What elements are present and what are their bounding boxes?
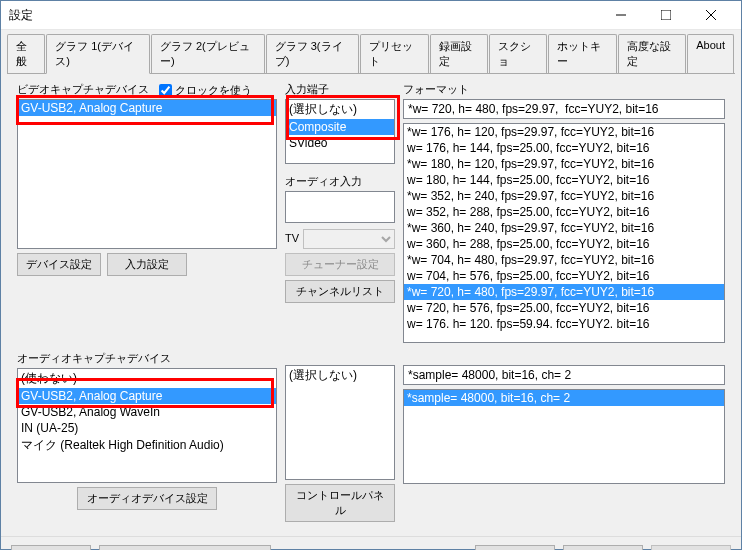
tab-panel: ビデオキャプチャデバイス クロックを使う GV-USB2, Analog Cap… [7,73,735,530]
bottom-bar: ヘルプ デスクトップキャプチャモード OK キャンセル 適用 [1,536,741,550]
tab-4[interactable]: プリセット [360,34,428,74]
list-item[interactable]: w= 352, h= 288, fps=25.00, fcc=YUY2, bit… [404,204,724,220]
list-item[interactable]: GV-USB2, Analog WaveIn [18,404,276,420]
tab-5[interactable]: 録画設定 [430,34,488,74]
control-panel-button[interactable]: コントロールパネル [285,484,395,522]
list-item[interactable]: *w= 720, h= 480, fps=29.97, fcc=YUY2, bi… [404,284,724,300]
list-item[interactable]: *w= 180, h= 120, fps=29.97, fcc=YUY2, bi… [404,156,724,172]
list-item[interactable]: (選択しない) [286,100,394,119]
settings-window: 設定 全般グラフ 1(デバイス)グラフ 2(プレビュー)グラフ 3(ライブ)プリ… [0,0,742,550]
tab-6[interactable]: スクショ [489,34,547,74]
audio-input-label: オーディオ入力 [285,174,362,189]
list-item[interactable]: w= 720, h= 576, fps=25.00, fcc=YUY2, bit… [404,300,724,316]
tab-7[interactable]: ホットキー [548,34,616,74]
help-button[interactable]: ヘルプ [11,545,91,550]
desktop-capture-button[interactable]: デスクトップキャプチャモード [99,545,271,550]
audio-select-list[interactable]: (選択しない) [285,365,395,480]
window-title: 設定 [9,7,598,24]
audio-input-list[interactable] [285,191,395,223]
list-item[interactable]: GV-USB2, Analog Capture [18,100,276,116]
tab-1[interactable]: グラフ 1(デバイス) [46,34,150,74]
input-terminal-label: 入力端子 [285,82,329,97]
list-item[interactable]: *w= 352, h= 240, fps=29.97, fcc=YUY2, bi… [404,188,724,204]
tab-8[interactable]: 高度な設定 [618,34,686,74]
tv-label: TV [285,232,299,244]
audio-format-current-field [403,365,725,385]
tab-9[interactable]: About [687,34,734,74]
list-item[interactable]: (使わない) [18,369,276,388]
list-item[interactable]: w= 360, h= 288, fps=25.00, fcc=YUY2, bit… [404,236,724,252]
list-item[interactable]: *w= 176, h= 120, fps=29.97, fcc=YUY2, bi… [404,124,724,140]
video-device-list[interactable]: GV-USB2, Analog Capture [17,99,277,249]
list-item[interactable]: マイク (Realtek High Definition Audio) [18,436,276,455]
cancel-button[interactable]: キャンセル [563,545,643,550]
list-item[interactable]: w= 704, h= 576, fps=25.00, fcc=YUY2, bit… [404,268,724,284]
audio-format-list[interactable]: *sample= 48000, bit=16, ch= 2 [403,389,725,484]
list-item[interactable]: IN (UA-25) [18,420,276,436]
apply-button: 適用 [651,545,731,550]
audio-device-settings-button[interactable]: オーディオデバイス設定 [77,487,217,510]
list-item[interactable]: (選択しない) [286,366,394,385]
format-list[interactable]: *w= 176, h= 120, fps=29.97, fcc=YUY2, bi… [403,123,725,343]
format-current-field [403,99,725,119]
use-clock-input[interactable] [159,84,172,97]
audio-device-list[interactable]: (使わない)GV-USB2, Analog CaptureGV-USB2, An… [17,368,277,483]
list-item[interactable]: *w= 360, h= 240, fps=29.97, fcc=YUY2, bi… [404,220,724,236]
list-item[interactable]: w= 180, h= 144, fps=25.00, fcc=YUY2, bit… [404,172,724,188]
format-label: フォーマット [403,82,469,97]
input-terminal-list[interactable]: (選択しない)CompositeSVideo [285,99,395,164]
tab-bar: 全般グラフ 1(デバイス)グラフ 2(プレビュー)グラフ 3(ライブ)プリセット… [1,30,741,74]
tab-0[interactable]: 全般 [7,34,45,74]
device-settings-button[interactable]: デバイス設定 [17,253,101,276]
list-item[interactable]: SVideo [286,135,394,151]
tuner-settings-button: チューナー設定 [285,253,395,276]
list-item[interactable]: w= 176. h= 120. fps=59.94. fcc=YUY2. bit… [404,316,724,332]
list-item[interactable]: Composite [286,119,394,135]
tab-3[interactable]: グラフ 3(ライブ) [266,34,360,74]
input-settings-button[interactable]: 入力設定 [107,253,187,276]
close-button[interactable] [688,1,733,29]
channel-list-button[interactable]: チャンネルリスト [285,280,395,303]
list-item[interactable]: *w= 704, h= 480, fps=29.97, fcc=YUY2, bi… [404,252,724,268]
svg-rect-1 [661,10,671,20]
minimize-button[interactable] [598,1,643,29]
maximize-button[interactable] [643,1,688,29]
list-item[interactable]: *sample= 48000, bit=16, ch= 2 [404,390,724,406]
tv-dropdown [303,229,395,249]
titlebar: 設定 [1,1,741,30]
use-clock-checkbox[interactable]: クロックを使う [159,83,252,98]
list-item[interactable]: w= 176, h= 144, fps=25.00, fcc=YUY2, bit… [404,140,724,156]
list-item[interactable]: GV-USB2, Analog Capture [18,388,276,404]
tab-2[interactable]: グラフ 2(プレビュー) [151,34,265,74]
video-device-label: ビデオキャプチャデバイス [17,82,149,97]
ok-button[interactable]: OK [475,545,555,550]
audio-device-label: オーディオキャプチャデバイス [17,351,171,366]
